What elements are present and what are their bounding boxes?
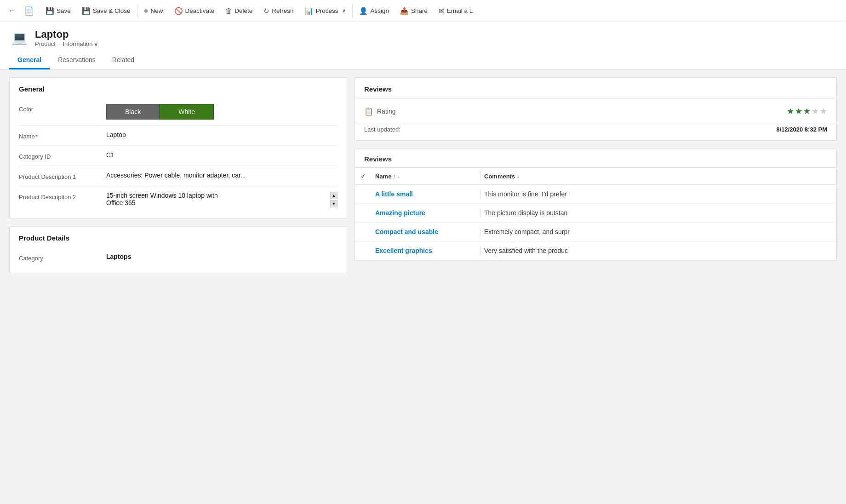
tab-related[interactable]: Related	[104, 52, 143, 69]
tab-bar: General Reservations Related	[9, 52, 837, 69]
review-1-comment: This monitor is fine. I'd prefer	[484, 190, 831, 198]
last-updated-value: 8/12/2020 8:32 PM	[776, 126, 827, 133]
share-button[interactable]: 📤 Share	[394, 0, 433, 22]
assign-icon: 👤	[359, 7, 368, 15]
review-4-name-link[interactable]: Excellent graphics	[375, 247, 476, 254]
star-2: ★	[795, 106, 802, 116]
refresh-label: Refresh	[272, 7, 293, 14]
name-sort-desc[interactable]: ↓	[398, 173, 400, 179]
review-2-divider	[480, 208, 480, 218]
comments-column-header: Comments ↓	[484, 173, 831, 180]
review-4-comment: Very satisfied with the produc	[484, 247, 831, 254]
review-row-3: Compact and usable Extremely compact, an…	[355, 223, 836, 241]
column-divider	[480, 172, 480, 181]
assign-label: Assign	[370, 7, 389, 14]
email-button[interactable]: ✉ Email a L	[433, 0, 478, 22]
process-icon: 📊	[305, 7, 314, 15]
page-header: 💻 Laptop Product · Information ∨ General…	[0, 22, 846, 70]
delete-icon: 🗑	[225, 7, 232, 15]
new-icon: +	[144, 6, 149, 16]
product-details-title: Product Details	[10, 227, 347, 247]
reviews-summary-title: Reviews	[364, 85, 392, 93]
assign-button[interactable]: 👤 Assign	[354, 0, 394, 22]
breadcrumb: Product · Information ∨	[35, 40, 98, 47]
last-updated-label: Last updated:	[364, 126, 400, 133]
checkmark-icon: ✓	[360, 172, 366, 180]
comments-column-label: Comments	[484, 173, 515, 180]
save-icon: 💾	[46, 7, 54, 15]
name-sort-asc[interactable]: ↑	[393, 173, 396, 179]
breadcrumb-info-dropdown[interactable]: Information ∨	[63, 40, 98, 47]
star-4: ★	[812, 106, 819, 116]
rating-label: 📋 Rating	[364, 107, 395, 116]
product-desc1-label: Product Description 1	[19, 172, 106, 180]
tab-general[interactable]: General	[9, 52, 50, 69]
process-button[interactable]: 📊 Process ∨	[299, 0, 352, 22]
name-required-indicator: *	[36, 134, 38, 139]
right-column: Reviews 📋 Rating ★ ★ ★ ★ ★ Last updated:…	[354, 77, 837, 502]
save-button[interactable]: 💾 Save	[40, 0, 76, 22]
category-id-field-row: Category ID C1	[19, 146, 337, 166]
star-1: ★	[787, 106, 794, 116]
tab-reservations[interactable]: Reservations	[50, 52, 104, 69]
product-desc2-value: 15-inch screen Windows 10 laptop withOff…	[106, 192, 337, 207]
review-2-name-link[interactable]: Amazing picture	[375, 209, 476, 217]
breadcrumb-dropdown-icon: ∨	[94, 40, 98, 47]
category-field-value: Laptops	[106, 253, 337, 260]
email-label: Email a L	[447, 7, 473, 14]
star-rating: ★ ★ ★ ★ ★	[787, 106, 827, 116]
page-icon: 📄	[24, 6, 34, 16]
delete-label: Delete	[234, 7, 252, 14]
review-4-divider	[480, 246, 480, 255]
review-3-name-link[interactable]: Compact and usable	[375, 228, 476, 235]
product-desc2-scrollbar[interactable]: ▲ ▼	[330, 192, 337, 207]
save-close-icon: 💾	[82, 7, 91, 15]
breadcrumb-separator: ·	[58, 40, 60, 47]
left-column: General Color Black White Name*	[9, 77, 347, 502]
deactivate-button[interactable]: 🚫 Deactivate	[169, 0, 220, 22]
reviews-summary-header: Reviews	[355, 78, 836, 99]
process-label: Process	[316, 7, 338, 14]
rating-icon: 📋	[364, 107, 373, 116]
review-3-name: Compact and usable	[375, 228, 476, 235]
color-field-row: Color Black White	[19, 98, 337, 126]
review-1-name: A little small	[375, 190, 476, 198]
scroll-down-button[interactable]: ▼	[330, 200, 337, 207]
reviews-list-title: Reviews	[355, 149, 836, 167]
product-icon: 💻	[9, 28, 29, 48]
rating-text: Rating	[377, 108, 395, 115]
review-row-4: Excellent graphics Very satisfied with t…	[355, 241, 836, 260]
product-desc1-value[interactable]: Accessories: Power cable, monitor adapte…	[106, 172, 337, 179]
comments-sort-desc[interactable]: ↓	[517, 173, 520, 179]
product-desc2-text[interactable]: 15-inch screen Windows 10 laptop withOff…	[106, 192, 326, 206]
new-button[interactable]: + New	[138, 0, 169, 22]
save-close-button[interactable]: 💾 Save & Close	[76, 0, 136, 22]
name-value[interactable]: Laptop	[106, 131, 337, 138]
color-black-button[interactable]: Black	[106, 104, 160, 120]
review-3-divider	[480, 227, 480, 236]
main-content: General Color Black White Name*	[0, 70, 846, 504]
select-all-checkbox[interactable]: ✓	[360, 172, 375, 180]
review-1-name-link[interactable]: A little small	[375, 190, 476, 198]
review-2-name: Amazing picture	[375, 209, 476, 217]
toolbar-divider-2	[137, 5, 137, 17]
scroll-up-button[interactable]: ▲	[330, 192, 337, 199]
color-white-button[interactable]: White	[160, 104, 214, 120]
product-desc2-field-row: Product Description 2 15-inch screen Win…	[19, 186, 337, 213]
general-form: Color Black White Name* Laptop	[10, 98, 347, 218]
save-label: Save	[57, 7, 71, 14]
general-card: General Color Black White Name*	[9, 77, 347, 219]
color-label: Color	[19, 104, 106, 113]
review-4-name: Excellent graphics	[375, 247, 476, 254]
star-5: ★	[820, 106, 827, 116]
delete-button[interactable]: 🗑 Delete	[220, 0, 258, 22]
name-column-label: Name	[375, 173, 391, 180]
name-label: Name*	[19, 131, 106, 140]
general-card-title: General	[10, 78, 347, 98]
reviews-list-columns: ✓ Name ↑ ↓ Comments ↓	[355, 167, 836, 185]
refresh-button[interactable]: ↻ Refresh	[258, 0, 299, 22]
back-button[interactable]: ←	[4, 0, 20, 22]
product-desc1-field-row: Product Description 1 Accessories: Power…	[19, 166, 337, 186]
category-id-label: Category ID	[19, 151, 106, 160]
back-icon: ←	[8, 6, 16, 16]
